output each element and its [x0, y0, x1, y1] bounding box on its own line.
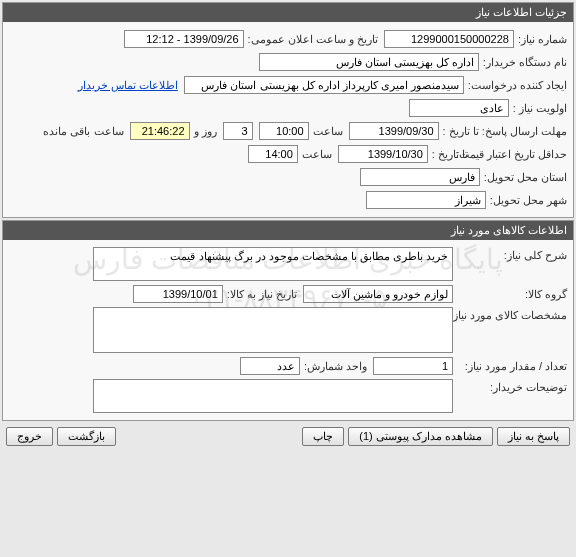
panel-items: اطلاعات کالاهای مورد نیاز شرح کلی نیاز: … — [2, 220, 574, 421]
unit-label: واحد شمارش: — [304, 360, 367, 373]
unit-field: عدد — [240, 357, 300, 375]
min-validity-sub: تا تاریخ : — [432, 148, 468, 161]
buyer-notes-label: توضیحات خریدار: — [457, 379, 567, 394]
priority-label: اولویت نیاز : — [513, 102, 567, 115]
countdown-field: 21:46:22 — [130, 122, 190, 140]
deadline-time-label: ساعت — [313, 125, 343, 138]
deadline-date-field: 1399/09/30 — [349, 122, 439, 140]
remaining-label: ساعت باقی مانده — [43, 125, 123, 138]
spec-field — [93, 307, 453, 353]
print-button[interactable]: چاپ — [302, 427, 344, 446]
deadline-label: مهلت ارسال پاسخ: تا تاریخ : — [443, 125, 567, 138]
buyer-org-label: نام دستگاه خریدار: — [483, 56, 567, 69]
deadline-time-field: 10:00 — [259, 122, 309, 140]
days-label: روز و — [194, 125, 217, 138]
qty-field: 1 — [373, 357, 453, 375]
creator-label: ایجاد کننده درخواست: — [468, 79, 567, 92]
min-validity-date-field: 1399/10/30 — [338, 145, 428, 163]
panel-items-title: اطلاعات کالاهای مورد نیاز — [3, 221, 573, 240]
need-number-field: 1299000150000228 — [384, 30, 514, 48]
need-number-label: شماره نیاز: — [518, 33, 567, 46]
reply-button[interactable]: پاسخ به نیاز — [497, 427, 570, 446]
announce-label: تاریخ و ساعت اعلان عمومی: — [248, 33, 378, 46]
buyer-org-field: اداره کل بهزیستی استان فارس — [259, 53, 479, 71]
panel-need-details-title: جزئیات اطلاعات نیاز — [3, 3, 573, 22]
province-label: استان محل تحویل: — [484, 171, 567, 184]
desc-field: خرید باطری مطابق با مشخصات موجود در برگ … — [93, 247, 453, 281]
min-validity-label: حداقل تاریخ اعتبار قیمت: — [472, 148, 567, 161]
need-date-label: تاریخ نیاز به کالا: — [227, 288, 297, 301]
buyer-contact-link[interactable]: اطلاعات تماس خریدار — [78, 79, 178, 92]
province-field: فارس — [360, 168, 480, 186]
priority-field: عادی — [409, 99, 509, 117]
qty-label: تعداد / مقدار مورد نیاز: — [457, 360, 567, 373]
desc-label: شرح کلی نیاز: — [457, 247, 567, 262]
back-button[interactable]: بازگشت — [57, 427, 116, 446]
city-label: شهر محل تحویل: — [490, 194, 567, 207]
min-validity-time-label: ساعت — [302, 148, 332, 161]
creator-field: سیدمنصور امیری کارپرداز اداره کل بهزیستی… — [184, 76, 464, 94]
group-field: لوازم خودرو و ماشین آلات — [303, 285, 453, 303]
panel-need-details: جزئیات اطلاعات نیاز شماره نیاز: 12990001… — [2, 2, 574, 218]
need-date-field: 1399/10/01 — [133, 285, 223, 303]
spec-label: مشخصات کالای مورد نیاز: — [457, 307, 567, 322]
group-label: گروه کالا: — [457, 288, 567, 301]
button-bar: پاسخ به نیاز مشاهده مدارک پیوستی (1) چاپ… — [0, 423, 576, 450]
buyer-notes-field — [93, 379, 453, 413]
days-count-field: 3 — [223, 122, 253, 140]
min-validity-time-field: 14:00 — [248, 145, 298, 163]
announce-field: 1399/09/26 - 12:12 — [124, 30, 244, 48]
city-field: شیراز — [366, 191, 486, 209]
exit-button[interactable]: خروج — [6, 427, 53, 446]
attachments-button[interactable]: مشاهده مدارک پیوستی (1) — [348, 427, 493, 446]
